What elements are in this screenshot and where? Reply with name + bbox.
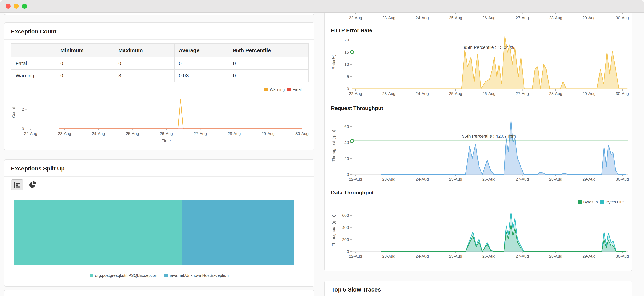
svg-text:95th Percentile : 15.04 %: 95th Percentile : 15.04 %	[464, 45, 514, 50]
cell-min: 0	[56, 57, 114, 69]
zoom-window-button[interactable]	[22, 4, 27, 8]
slow-traces-card: Top 5 Slow Traces	[324, 281, 632, 296]
data-throughput-legend: Bytes In Bytes Out	[578, 200, 624, 204]
minimize-window-button[interactable]	[14, 4, 19, 8]
row-label: Warning	[11, 69, 56, 82]
legend-item-warning: Warning	[264, 87, 285, 92]
svg-text:400: 400	[342, 225, 349, 230]
bar-chart-icon	[14, 182, 20, 188]
slow-traces-title: Top 5 Slow Traces	[325, 281, 632, 296]
svg-text:Time: Time	[162, 139, 171, 143]
title-divider	[4, 176, 314, 177]
svg-text:Count: Count	[12, 107, 16, 118]
cell-95th: 0	[229, 57, 308, 69]
svg-text:30-Aug: 30-Aug	[296, 131, 309, 136]
legend-label: Bytes In	[583, 200, 598, 204]
col-header-maximum: Maximum	[114, 43, 174, 57]
svg-text:28-Aug: 28-Aug	[549, 91, 562, 96]
svg-text:25-Aug: 25-Aug	[449, 254, 462, 259]
table-row-fatal: Fatal 0 0 0 0	[11, 57, 308, 69]
svg-text:0: 0	[347, 249, 349, 254]
legend-label: Fatal	[292, 87, 302, 92]
warning-swatch-icon	[264, 88, 268, 91]
svg-text:22-Aug: 22-Aug	[349, 177, 362, 181]
svg-text:0: 0	[347, 172, 349, 177]
legend-label: Bytes Out	[606, 200, 624, 204]
request-throughput-title: Request Throughput	[331, 105, 383, 111]
svg-text:27-Aug: 27-Aug	[516, 177, 529, 181]
split-legend: org.postgresql.util.PSQLException java.n…	[4, 273, 314, 278]
segment-psqlexception[interactable]	[14, 200, 182, 265]
window-titlebar	[0, 0, 644, 13]
exception-count-title: Exception Count	[4, 23, 314, 39]
svg-text:2: 2	[22, 107, 24, 111]
svg-text:24-Aug: 24-Aug	[416, 254, 429, 259]
legend-label: java.net.UnknownHostException	[170, 273, 228, 278]
svg-text:22-Aug: 22-Aug	[349, 15, 362, 20]
svg-text:28-Aug: 28-Aug	[228, 131, 241, 136]
exceptions-split-title: Exceptions Split Up	[4, 160, 314, 176]
svg-text:23-Aug: 23-Aug	[382, 91, 396, 96]
metrics-card: 22-Aug23-Aug24-Aug25-Aug26-Aug27-Aug28-A…	[324, 0, 632, 271]
svg-text:23-Aug: 23-Aug	[382, 177, 396, 181]
pie-chart-icon	[29, 181, 36, 188]
svg-text:24-Aug: 24-Aug	[416, 15, 429, 20]
exception-stats-table: Minimum Maximum Average 95th Percentile …	[11, 43, 308, 82]
fatal-swatch-icon	[287, 88, 291, 91]
http-error-rate-title: HTTP Error Rate	[331, 27, 372, 33]
svg-text:25-Aug: 25-Aug	[449, 15, 462, 20]
svg-text:600: 600	[342, 213, 349, 218]
legend-item-unknownhost: java.net.UnknownHostException	[164, 273, 228, 278]
svg-text:Throughput (rpm): Throughput (rpm)	[332, 215, 336, 247]
svg-text:23-Aug: 23-Aug	[382, 254, 396, 259]
exceptions-split-card: Exceptions Split Up org.postgresql.util.	[4, 159, 314, 287]
legend-item-bytes-out: Bytes Out	[600, 200, 624, 204]
exception-trend-chart: 22-Aug23-Aug24-Aug25-Aug26-Aug27-Aug28-A…	[11, 92, 309, 144]
svg-text:40: 40	[344, 140, 349, 145]
svg-text:95th Percentile : 42.07 rpm: 95th Percentile : 42.07 rpm	[462, 134, 516, 139]
svg-text:24-Aug: 24-Aug	[416, 91, 429, 96]
svg-text:27-Aug: 27-Aug	[516, 91, 529, 96]
svg-text:28-Aug: 28-Aug	[549, 15, 562, 20]
svg-text:28-Aug: 28-Aug	[549, 254, 562, 259]
svg-text:27-Aug: 27-Aug	[194, 131, 207, 136]
cell-max: 0	[114, 57, 174, 69]
exceptions-stacked-bar	[14, 200, 294, 265]
pie-view-button[interactable]	[26, 179, 38, 190]
svg-text:200: 200	[342, 237, 349, 242]
svg-text:29-Aug: 29-Aug	[582, 15, 596, 20]
svg-text:Throughput (rpm): Throughput (rpm)	[332, 130, 336, 162]
svg-text:0: 0	[347, 87, 349, 91]
svg-text:20: 20	[344, 38, 349, 42]
svg-text:26-Aug: 26-Aug	[482, 254, 496, 259]
legend-label: Warning	[270, 87, 285, 92]
close-window-button[interactable]	[6, 4, 10, 8]
svg-text:26-Aug: 26-Aug	[482, 91, 496, 96]
svg-text:5: 5	[347, 74, 349, 79]
exception-chart-legend: Warning Fatal	[264, 87, 302, 92]
svg-text:22-Aug: 22-Aug	[349, 91, 362, 96]
svg-text:24-Aug: 24-Aug	[416, 177, 429, 181]
bar-view-button[interactable]	[11, 179, 23, 190]
data-throughput-title: Data Throughput	[331, 190, 374, 196]
svg-text:30-Aug: 30-Aug	[616, 15, 629, 20]
svg-text:29-Aug: 29-Aug	[582, 177, 596, 181]
svg-text:27-Aug: 27-Aug	[516, 254, 529, 259]
svg-text:28-Aug: 28-Aug	[549, 177, 562, 181]
cell-min: 0	[56, 69, 114, 82]
svg-text:25-Aug: 25-Aug	[449, 177, 462, 181]
svg-text:60: 60	[344, 124, 349, 129]
svg-text:26-Aug: 26-Aug	[482, 15, 496, 20]
svg-text:20: 20	[344, 156, 349, 161]
segment-unknownhostexception[interactable]	[182, 200, 294, 265]
svg-text:22-Aug: 22-Aug	[349, 254, 362, 259]
psql-swatch-icon	[90, 274, 94, 277]
svg-text:27-Aug: 27-Aug	[516, 15, 529, 20]
cell-95th: 0	[229, 69, 308, 82]
legend-item-bytes-in: Bytes In	[578, 200, 598, 204]
legend-label: org.postgresql.util.PSQLException	[95, 273, 157, 278]
svg-text:22-Aug: 22-Aug	[24, 131, 37, 136]
legend-item-fatal: Fatal	[287, 87, 302, 92]
request-throughput-chart: 22-Aug23-Aug24-Aug25-Aug26-Aug27-Aug28-A…	[325, 115, 632, 184]
row-label: Fatal	[11, 57, 56, 69]
